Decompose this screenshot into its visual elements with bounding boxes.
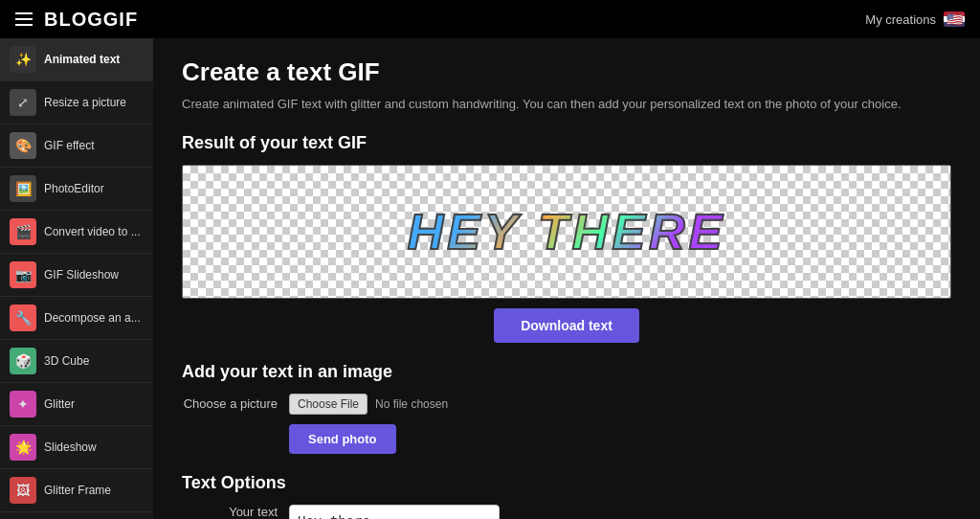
main-content: Create a text GIF Create animated GIF te… bbox=[153, 38, 980, 519]
sidebar-icon-slideshow: 🌟 bbox=[10, 434, 36, 461]
your-text-row: Your text bbox=[182, 505, 951, 520]
sidebar-label-3d-cube: 3D Cube bbox=[44, 354, 89, 368]
header-right: My creations 🇺🇸 bbox=[865, 11, 965, 27]
sidebar-item-decompose[interactable]: 🔧Decompose an a... bbox=[0, 297, 153, 340]
your-text-label: Your text bbox=[182, 505, 278, 519]
sidebar-label-gif-slideshow: GIF Slideshow bbox=[44, 268, 119, 282]
sidebar-icon-gif-slideshow: 📷 bbox=[10, 261, 36, 288]
language-flag[interactable]: 🇺🇸 bbox=[944, 11, 965, 27]
sidebar-icon-animated-text: ✨ bbox=[10, 46, 36, 73]
sidebar-item-resize-picture[interactable]: ⤢Resize a picture bbox=[0, 81, 153, 124]
page-description: Create animated GIF text with glitter an… bbox=[182, 95, 951, 114]
your-text-input[interactable] bbox=[289, 505, 500, 520]
sidebar-item-glitter-frame[interactable]: 🖼Glitter Frame bbox=[0, 469, 153, 512]
sidebar-icon-glitter: ✦ bbox=[10, 391, 36, 417]
result-section-title: Result of your text GIF bbox=[182, 133, 951, 153]
sidebar-icon-decompose: 🔧 bbox=[10, 305, 36, 331]
my-creations-link[interactable]: My creations bbox=[865, 12, 936, 27]
hamburger-menu[interactable] bbox=[15, 12, 33, 26]
no-file-chosen-label: No file chosen bbox=[375, 397, 448, 411]
sidebar-item-photo-editor[interactable]: 🖼️PhotoEditor bbox=[0, 168, 153, 211]
send-photo-row: Send photo bbox=[182, 424, 951, 454]
sidebar-item-slideshow[interactable]: 🌟Slideshow bbox=[0, 426, 153, 469]
gif-text-preview: HEY THERE bbox=[408, 203, 726, 260]
sidebar-icon-convert-video: 🎬 bbox=[10, 218, 36, 245]
sidebar-item-gif-slideshow[interactable]: 📷GIF Slideshow bbox=[0, 254, 153, 297]
sidebar-item-pop-art[interactable]: 🎭Pop Art picture bbox=[0, 512, 153, 519]
logo: BLOGGIF bbox=[44, 9, 138, 31]
sidebar-item-gif-effect[interactable]: 🎨GIF effect bbox=[0, 124, 153, 168]
sidebar-label-resize-picture: Resize a picture bbox=[44, 96, 126, 109]
sidebar-item-convert-video[interactable]: 🎬Convert video to ... bbox=[0, 211, 153, 254]
sidebar-item-animated-text[interactable]: ✨Animated text bbox=[0, 38, 153, 81]
sidebar-item-glitter[interactable]: ✦Glitter bbox=[0, 383, 153, 426]
sidebar-icon-glitter-frame: 🖼 bbox=[10, 477, 36, 504]
add-image-section-title: Add your text in an image bbox=[182, 362, 951, 382]
layout: ✨Animated text⤢Resize a picture🎨GIF effe… bbox=[0, 38, 980, 519]
sidebar-label-animated-text: Animated text bbox=[44, 53, 120, 66]
sidebar-label-slideshow: Slideshow bbox=[44, 440, 97, 454]
choose-file-button[interactable]: Choose File bbox=[289, 394, 368, 415]
sidebar-item-3d-cube[interactable]: 🎲3D Cube bbox=[0, 340, 153, 383]
header: BLOGGIF My creations 🇺🇸 bbox=[0, 0, 980, 38]
header-left: BLOGGIF bbox=[15, 9, 138, 31]
sidebar: ✨Animated text⤢Resize a picture🎨GIF effe… bbox=[0, 38, 153, 519]
download-text-button[interactable]: Download text bbox=[494, 308, 639, 343]
text-options-section: Text Options Your text bbox=[182, 473, 951, 520]
send-photo-button[interactable]: Send photo bbox=[289, 424, 396, 454]
sidebar-label-convert-video: Convert video to ... bbox=[44, 225, 141, 238]
file-input-wrapper: Choose File No file chosen bbox=[289, 394, 448, 415]
sidebar-label-decompose: Decompose an a... bbox=[44, 311, 141, 325]
sidebar-label-glitter-frame: Glitter Frame bbox=[44, 484, 111, 497]
text-options-title: Text Options bbox=[182, 473, 951, 493]
page-title: Create a text GIF bbox=[182, 57, 951, 87]
add-image-section: Add your text in an image Choose a pictu… bbox=[182, 362, 951, 454]
sidebar-icon-photo-editor: 🖼️ bbox=[10, 175, 36, 202]
sidebar-label-glitter: Glitter bbox=[44, 397, 75, 411]
sidebar-label-gif-effect: GIF effect bbox=[44, 139, 94, 152]
sidebar-icon-resize-picture: ⤢ bbox=[10, 89, 36, 116]
choose-picture-row: Choose a picture Choose File No file cho… bbox=[182, 394, 951, 415]
sidebar-icon-gif-effect: 🎨 bbox=[10, 132, 36, 159]
gif-preview-area: HEY THERE bbox=[182, 165, 951, 299]
sidebar-icon-3d-cube: 🎲 bbox=[10, 348, 36, 374]
sidebar-label-photo-editor: PhotoEditor bbox=[44, 182, 104, 195]
choose-picture-label: Choose a picture bbox=[182, 396, 278, 411]
